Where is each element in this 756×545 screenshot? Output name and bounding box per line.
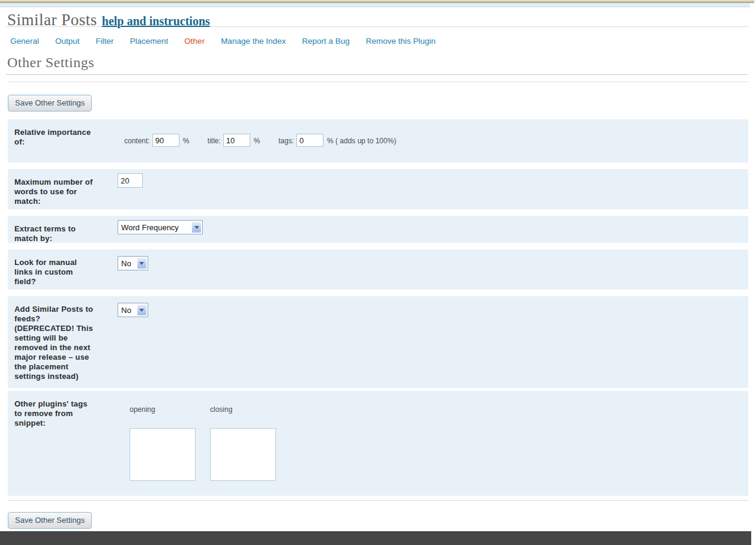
title-percent-input[interactable] <box>223 134 250 147</box>
tags-percent-label: tags: <box>278 137 294 145</box>
row-feeds-deprecated: Add Similar Posts to feeds? (DEPRECATED!… <box>8 296 748 388</box>
chevron-down-icon[interactable] <box>137 257 147 269</box>
help-and-instructions-link[interactable]: help and instructions <box>102 14 210 28</box>
top-blue-bar <box>0 3 750 7</box>
feeds-select[interactable]: No <box>118 303 148 317</box>
nav-tab-output[interactable]: Output <box>55 37 80 46</box>
save-other-settings-button-bottom[interactable]: Save Other Settings <box>8 512 92 529</box>
row-relative-importance: Relative importance of: content:% title:… <box>8 119 748 162</box>
page-title: Similar Posts <box>7 11 97 29</box>
save-other-settings-button-top[interactable]: Save Other Settings <box>8 95 92 112</box>
plugin-header: Similar Postshelp and instructions <box>6 7 748 27</box>
row-label: Relative importance of: <box>8 119 118 162</box>
row-manual-links: Look for manual links in custom field? N… <box>8 249 748 290</box>
content-percent-input[interactable] <box>152 134 179 147</box>
row-extract-terms: Extract terms to match by: Word Frequenc… <box>8 216 748 243</box>
form-top-divider <box>8 82 748 82</box>
row-label: Extract terms to match by: <box>8 216 118 243</box>
nav-tab-placement[interactable]: Placement <box>130 37 169 46</box>
extract-terms-select-value: Word Frequency <box>118 221 191 234</box>
title-percent-label: title: <box>208 137 221 145</box>
nav-tab-report-a-bug[interactable]: Report a Bug <box>302 37 350 46</box>
content-percent-label: content: <box>124 137 150 145</box>
nav-tab-filter[interactable]: Filter <box>96 37 114 46</box>
nav-tab-general[interactable]: General <box>10 37 39 46</box>
row-label: Other plugins' tags to remove from snipp… <box>8 391 118 496</box>
row-label: Maximum number of words to use for match… <box>8 169 118 209</box>
opening-tags-textarea[interactable] <box>130 428 196 481</box>
footer-bar <box>0 531 751 545</box>
closing-tags-textarea[interactable] <box>210 428 276 481</box>
content-percent-suffix: % <box>183 137 190 145</box>
page: Similar Postshelp and instructions Gener… <box>0 7 756 529</box>
settings-nav: GeneralOutputFilterPlacementOtherManage … <box>6 27 748 46</box>
title-percent-suffix: % <box>254 137 260 145</box>
opening-tags-label: opening <box>130 405 196 414</box>
manual-links-select[interactable]: No <box>118 256 148 270</box>
form-bottom-divider <box>8 500 748 501</box>
chevron-down-icon[interactable] <box>191 221 202 233</box>
settings-rows: Relative importance of: content:% title:… <box>8 119 748 496</box>
max-words-input[interactable] <box>118 173 143 188</box>
nav-tab-remove-this-plugin[interactable]: Remove this Plugin <box>366 37 436 46</box>
extract-terms-select[interactable]: Word Frequency <box>118 220 203 234</box>
closing-tags-label: closing <box>210 405 276 414</box>
heading-divider <box>6 74 748 75</box>
row-remove-tags: Other plugins' tags to remove from snipp… <box>8 391 748 496</box>
nav-tab-other[interactable]: Other <box>184 37 205 46</box>
tags-percent-suffix: % ( adds up to 100%) <box>327 137 396 145</box>
manual-links-select-value: No <box>118 257 136 270</box>
chevron-down-icon[interactable] <box>137 304 147 316</box>
row-label: Look for manual links in custom field? <box>8 249 118 290</box>
feeds-select-value: No <box>118 303 136 317</box>
tags-percent-input[interactable] <box>296 134 323 147</box>
nav-tab-manage-the-index[interactable]: Manage the Index <box>221 37 286 46</box>
row-max-words: Maximum number of words to use for match… <box>8 169 748 209</box>
row-label: Add Similar Posts to feeds? (DEPRECATED!… <box>8 296 118 388</box>
section-heading: Other Settings <box>7 55 748 71</box>
